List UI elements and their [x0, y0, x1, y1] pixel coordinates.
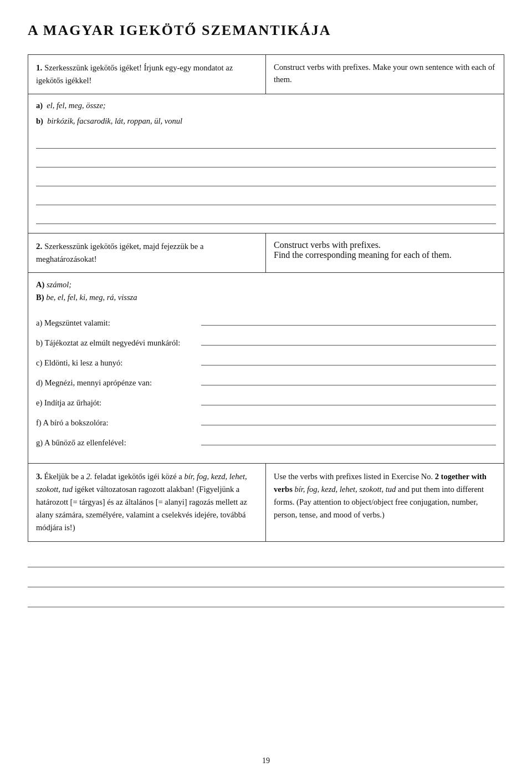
fill-row-e: e) Indítja az űrhajót:	[36, 393, 496, 408]
fill-line-b	[201, 333, 496, 346]
section2-body: A) számol; B) be, el, fel, ki, meg, rá, …	[28, 273, 504, 463]
fill-label-g: g) A bűnöző az ellenfelével:	[36, 438, 197, 448]
fill-row-g: g) A bűnöző az ellenfelével:	[36, 433, 496, 448]
fill-label-c: c) Eldönti, ki lesz a hunyó:	[36, 358, 197, 368]
fill-line-c	[201, 353, 496, 365]
fill-line-f	[201, 413, 496, 425]
prefixes-list: A) számol; B) be, el, fel, ki, meg, rá, …	[36, 278, 496, 304]
answer-line-4	[36, 187, 496, 205]
fill-row-d: d) Megnézi, mennyi aprópénze van:	[36, 373, 496, 388]
answer-line-1	[36, 131, 496, 149]
section1-right: Construct verbs with prefixes. Make your…	[266, 55, 504, 94]
fill-label-b: b) Tájékoztat az elmúlt negyedévi munkár…	[36, 338, 197, 348]
fill-line-d	[201, 373, 496, 385]
answer1-intro: a) el, fel, meg, össze;	[36, 100, 496, 112]
section3-answer-lines	[28, 551, 504, 607]
fill-row-a: a) Megszüntet valamit:	[36, 313, 496, 328]
page-title: A magyar igekötő szemantikája	[28, 22, 504, 39]
answer-line-3	[36, 169, 496, 186]
section1-answer-area: a) el, fel, meg, össze; b) birkózik, fac…	[28, 94, 504, 233]
fill-line-a	[201, 313, 496, 326]
question3-text-right: Use the verbs with prefixes listed in Ex…	[274, 470, 496, 522]
section1-header: 1. Szerkesszünk igekötős igéket! Írjunk …	[28, 55, 504, 94]
fill-label-f: f) A bíró a bokszolóra:	[36, 418, 197, 428]
question2-text: Szerkesszünk igekötős igéket, majd fejez…	[36, 242, 203, 263]
answer-line-2	[36, 150, 496, 167]
fill-row-f: f) A bíró a bokszolóra:	[36, 413, 496, 428]
question2-text-right-1: Construct verbs with prefixes.	[274, 240, 496, 250]
fill-label-e: e) Indítja az űrhajót:	[36, 398, 197, 408]
fill-label-a: a) Megszüntet valamit:	[36, 318, 197, 328]
question1-text: Szerkesszünk igekötős igéket! Írjunk egy…	[36, 63, 233, 85]
page-number: 19	[0, 756, 532, 765]
bottom-line-1	[28, 551, 504, 567]
question2-text-right-2: Find the corresponding meaning for each …	[274, 250, 496, 260]
fill-line-g	[201, 433, 496, 445]
answer1-intro-b: b) birkózik, facsarodik, lát, roppan, ül…	[36, 115, 496, 128]
answer-line-5	[36, 206, 496, 224]
fill-row-b: b) Tájékoztat az elmúlt negyedévi munkár…	[36, 333, 496, 348]
bottom-line-3	[28, 591, 504, 607]
question3-text-left: 3. Ékeljük be a 2. feladat igekötős igéi…	[36, 470, 258, 535]
fill-label-d: d) Megnézi, mennyi aprópénze van:	[36, 378, 197, 388]
section3-right: Use the verbs with prefixes listed in Ex…	[266, 464, 504, 541]
section3-header: 3. Ékeljük be a 2. feladat igekötős igéi…	[28, 464, 504, 542]
question1-number: 1.	[36, 63, 42, 72]
bottom-line-2	[28, 571, 504, 587]
section3-left: 3. Ékeljük be a 2. feladat igekötős igéi…	[28, 464, 266, 541]
section2-left: 2. Szerkesszünk igekötős igéket, majd fe…	[28, 233, 266, 272]
fill-line-e	[201, 393, 496, 405]
question2-number: 2.	[36, 242, 42, 251]
section2-header: 2. Szerkesszünk igekötős igéket, majd fe…	[28, 233, 504, 273]
section1-left: 1. Szerkesszünk igekötős igéket! Írjunk …	[28, 55, 266, 94]
question1-text-right: Construct verbs with prefixes. Make your…	[274, 62, 496, 86]
section2-right: Construct verbs with prefixes. Find the …	[266, 233, 504, 272]
fill-row-c: c) Eldönti, ki lesz a hunyó:	[36, 353, 496, 368]
